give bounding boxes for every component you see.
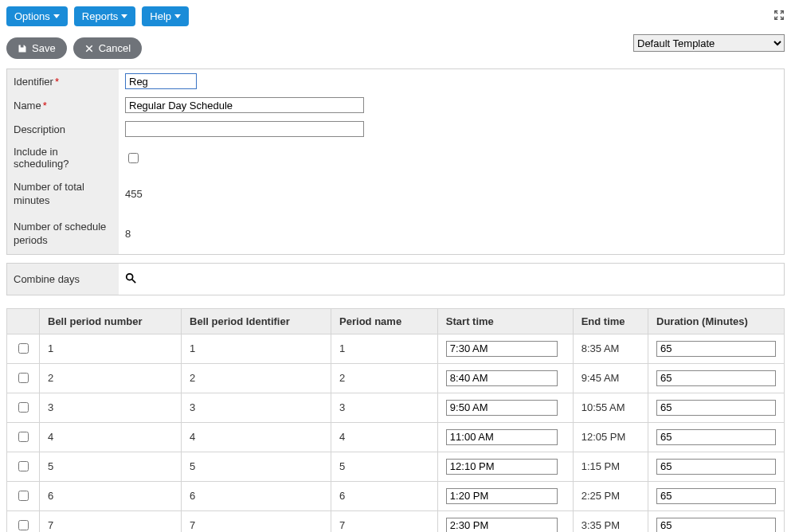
bell-number-cell: 6 [40, 481, 182, 510]
start-time-input[interactable] [446, 341, 558, 357]
period-name-cell: 6 [331, 481, 438, 510]
table-row: 5551:15 PM [7, 452, 785, 481]
start-time-input[interactable] [446, 400, 558, 416]
periods-table: Bell period number Bell period Identifie… [6, 308, 785, 532]
duration-input[interactable] [656, 370, 776, 386]
reports-menu[interactable]: Reports [74, 6, 136, 26]
name-label: Name* [7, 93, 119, 117]
period-name-header: Period name [331, 308, 438, 334]
duration-input[interactable] [656, 459, 776, 475]
duration-input[interactable] [656, 429, 776, 445]
template-select[interactable]: Default Template [633, 34, 785, 52]
help-label: Help [150, 10, 171, 22]
caret-down-icon [174, 14, 181, 18]
bell-number-header: Bell period number [40, 308, 182, 334]
identifier-input[interactable] [125, 73, 197, 89]
bell-identifier-cell: 1 [182, 334, 331, 363]
bell-identifier-cell: 5 [182, 452, 331, 481]
start-time-input[interactable] [446, 459, 558, 475]
include-scheduling-checkbox[interactable] [128, 153, 139, 163]
duration-header: Duration (Minutes) [648, 308, 785, 334]
bell-identifier-cell: 2 [182, 363, 331, 393]
combine-days-label: Combine days [7, 264, 119, 295]
row-checkbox[interactable] [18, 520, 29, 530]
identifier-label: Identifier* [7, 69, 119, 93]
bell-number-cell: 7 [40, 510, 182, 532]
start-time-input[interactable] [446, 518, 558, 532]
row-checkbox[interactable] [18, 343, 29, 354]
row-checkbox[interactable] [18, 461, 29, 471]
period-name-cell: 2 [331, 363, 438, 393]
total-minutes-value: 455 [125, 188, 143, 200]
cancel-button[interactable]: Cancel [73, 37, 142, 59]
row-checkbox[interactable] [18, 491, 29, 501]
period-name-cell: 7 [331, 510, 438, 532]
period-name-cell: 1 [331, 334, 438, 363]
description-input[interactable] [125, 121, 364, 137]
combine-days-panel: Combine days [6, 263, 785, 295]
start-time-input[interactable] [446, 429, 558, 445]
include-scheduling-label: Include in scheduling? [7, 141, 119, 174]
schedule-periods-label: Number of schedule periods [7, 214, 119, 254]
table-row: 7773:35 PM [7, 510, 785, 532]
end-time-cell: 10:55 AM [573, 393, 648, 422]
period-name-cell: 4 [331, 422, 438, 452]
bell-number-cell: 5 [40, 452, 182, 481]
search-icon[interactable] [125, 272, 136, 286]
top-menu-bar: Options Reports Help [6, 6, 785, 34]
close-icon [84, 44, 94, 53]
svg-point-0 [127, 273, 133, 280]
options-label: Options [14, 10, 50, 22]
end-time-cell: 9:45 AM [573, 363, 648, 393]
table-row: 33310:55 AM [7, 393, 785, 422]
form-panel: Identifier* Name* Description Include in… [6, 68, 785, 255]
start-time-input[interactable] [446, 370, 558, 386]
period-name-cell: 5 [331, 452, 438, 481]
duration-input[interactable] [656, 400, 776, 416]
caret-down-icon [53, 14, 60, 18]
table-row: 2229:45 AM [7, 363, 785, 393]
row-checkbox[interactable] [18, 402, 29, 413]
bell-identifier-cell: 4 [182, 422, 331, 452]
end-time-cell: 12:05 PM [573, 422, 648, 452]
bell-number-cell: 3 [40, 393, 182, 422]
start-time-input[interactable] [446, 488, 558, 504]
end-time-cell: 1:15 PM [573, 452, 648, 481]
name-input[interactable] [125, 97, 364, 113]
table-row: 44412:05 PM [7, 422, 785, 452]
row-checkbox[interactable] [18, 432, 29, 442]
table-header-row: Bell period number Bell period Identifie… [7, 308, 785, 334]
schedule-periods-value: 8 [125, 228, 131, 240]
bell-identifier-cell: 3 [182, 393, 331, 422]
bell-identifier-cell: 6 [182, 481, 331, 510]
save-icon [18, 44, 27, 53]
svg-line-1 [132, 279, 135, 282]
cancel-label: Cancel [99, 42, 131, 54]
reports-label: Reports [82, 10, 119, 22]
help-menu[interactable]: Help [142, 6, 189, 26]
end-time-cell: 8:35 AM [573, 334, 648, 363]
table-row: 6662:25 PM [7, 481, 785, 510]
end-time-cell: 2:25 PM [573, 481, 648, 510]
end-time-header: End time [573, 308, 648, 334]
save-button[interactable]: Save [6, 37, 67, 59]
caret-down-icon [121, 14, 127, 18]
checkbox-header [7, 308, 40, 334]
bell-number-cell: 1 [40, 334, 182, 363]
options-menu[interactable]: Options [6, 6, 68, 26]
duration-input[interactable] [656, 518, 776, 532]
bell-number-cell: 2 [40, 363, 182, 393]
row-checkbox[interactable] [18, 373, 29, 383]
table-row: 1118:35 AM [7, 334, 785, 363]
duration-input[interactable] [656, 341, 776, 357]
duration-input[interactable] [656, 488, 776, 504]
start-time-header: Start time [437, 308, 573, 334]
end-time-cell: 3:35 PM [573, 510, 648, 532]
bell-identifier-cell: 7 [182, 510, 331, 532]
period-name-cell: 3 [331, 393, 438, 422]
bell-number-cell: 4 [40, 422, 182, 452]
save-label: Save [32, 42, 56, 54]
action-bar: Save Cancel Default Template [6, 34, 785, 68]
description-label: Description [7, 117, 119, 141]
expand-icon[interactable] [773, 10, 785, 21]
